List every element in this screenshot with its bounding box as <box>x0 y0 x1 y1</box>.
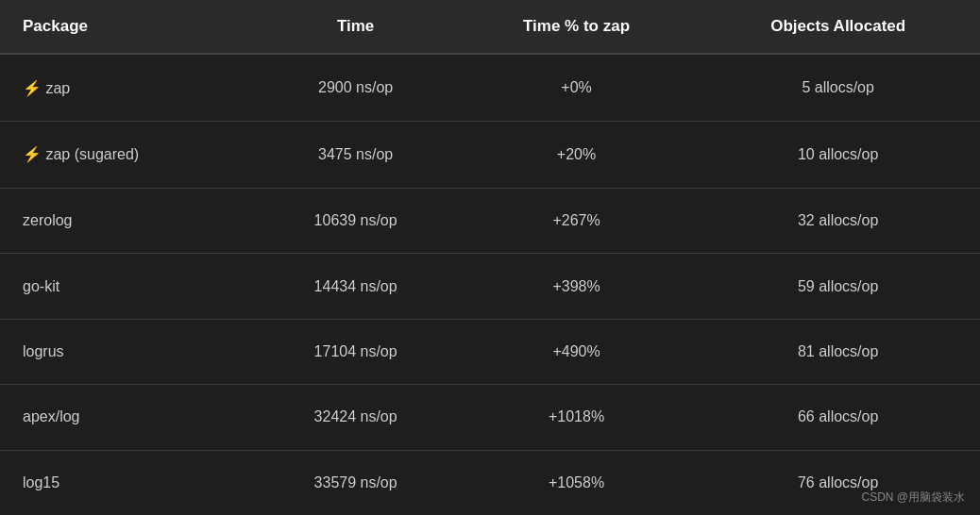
cell-objects: 32 allocs/op <box>696 188 980 253</box>
table-row: apex/log32424 ns/op+1018%66 allocs/op <box>0 385 980 450</box>
cell-package: ⚡ zap <box>0 54 255 122</box>
cell-objects: 66 allocs/op <box>696 385 980 450</box>
cell-objects: 5 allocs/op <box>696 54 980 122</box>
table-row: ⚡ zap2900 ns/op+0%5 allocs/op <box>0 54 980 122</box>
col-header-objects: Objects Allocated <box>696 0 980 54</box>
table-row: logrus17104 ns/op+490%81 allocs/op <box>0 319 980 384</box>
cell-time: 33579 ns/op <box>255 450 457 515</box>
benchmark-table: Package Time Time % to zap Objects Alloc… <box>0 0 980 515</box>
cell-time: 14434 ns/op <box>255 254 457 319</box>
cell-package: logrus <box>0 319 255 384</box>
cell-time_pct: +1018% <box>457 385 697 450</box>
cell-time: 32424 ns/op <box>255 385 457 450</box>
cell-package: apex/log <box>0 385 255 450</box>
watermark-label: CSDN @用脑袋装水 <box>861 490 965 506</box>
cell-time_pct: +490% <box>457 319 697 384</box>
table-row: zerolog10639 ns/op+267%32 allocs/op <box>0 188 980 253</box>
cell-time_pct: +1058% <box>457 450 697 515</box>
cell-objects: 81 allocs/op <box>696 319 980 384</box>
cell-time: 10639 ns/op <box>255 188 457 253</box>
table-row: go-kit14434 ns/op+398%59 allocs/op <box>0 254 980 319</box>
cell-package: go-kit <box>0 254 255 319</box>
cell-package: ⚡ zap (sugared) <box>0 122 255 189</box>
table-header-row: Package Time Time % to zap Objects Alloc… <box>0 0 980 54</box>
table-wrapper: Package Time Time % to zap Objects Alloc… <box>0 0 980 515</box>
cell-time_pct: +398% <box>457 254 697 319</box>
cell-objects: 10 allocs/op <box>696 122 980 189</box>
cell-time: 17104 ns/op <box>255 319 457 384</box>
cell-time: 2900 ns/op <box>255 54 457 122</box>
table-row: log1533579 ns/op+1058%76 allocs/op <box>0 450 980 515</box>
col-header-time: Time <box>255 0 457 54</box>
cell-time_pct: +267% <box>457 188 697 253</box>
cell-package: zerolog <box>0 188 255 253</box>
cell-time: 3475 ns/op <box>255 122 457 189</box>
cell-package: log15 <box>0 450 255 515</box>
col-header-time-pct: Time % to zap <box>457 0 697 54</box>
cell-time_pct: +20% <box>457 122 697 189</box>
cell-objects: 59 allocs/op <box>696 254 980 319</box>
col-header-package: Package <box>0 0 255 54</box>
table-row: ⚡ zap (sugared)3475 ns/op+20%10 allocs/o… <box>0 122 980 189</box>
cell-time_pct: +0% <box>457 54 697 122</box>
